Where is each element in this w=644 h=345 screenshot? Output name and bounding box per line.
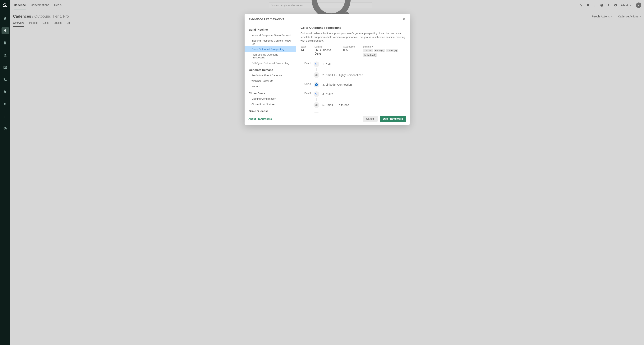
day-row: Day 34. Call 25. Email 2 - In-thread [300, 90, 406, 109]
step-item[interactable]: 4. Call 2 [314, 90, 406, 98]
rail-user[interactable] [2, 51, 9, 59]
building-icon [3, 41, 7, 45]
modal-close-button[interactable] [403, 18, 406, 21]
duration-value: 26 Business Days [314, 48, 335, 55]
summary-pill: Call (5) [363, 49, 372, 52]
about-frameworks-link[interactable]: About Frameworks [248, 117, 272, 120]
rail-home[interactable] [2, 15, 9, 22]
day-row: Day 11. Call 12. Email 1 - Highly Person… [300, 60, 406, 79]
framework-item[interactable]: Nurture [244, 84, 296, 89]
day-label: Day 6 [300, 110, 314, 113]
rail-phone[interactable] [2, 76, 9, 83]
framework-category: Build Pipeline [244, 27, 296, 32]
framework-stats: Steps 14 Duration 26 Business Days Autom… [300, 45, 406, 57]
framework-item[interactable]: Meeting Confirmation [244, 96, 296, 101]
framework-item[interactable]: Pre Virtual Event Cadence [244, 73, 296, 78]
step-item[interactable]: 6. Email 3 - Video [314, 110, 406, 113]
day-row: Day 66. Email 3 - Video [300, 110, 406, 113]
logo: S. [3, 2, 8, 10]
framework-item[interactable]: Webinar Follow Up [244, 78, 296, 84]
phone-icon [3, 78, 7, 82]
step-item[interactable]: 1. Call 1 [314, 60, 406, 68]
day-label: Day 1 [300, 60, 314, 65]
cancel-button[interactable]: Cancel [363, 116, 378, 122]
modal-title: Cadence Frameworks [249, 17, 284, 21]
summary-pills: Call (5)Email (6)Other (1)LinkedIn (2) [363, 49, 406, 57]
rail-quote[interactable] [2, 101, 9, 108]
step-item[interactable]: 5. Email 2 - In-thread [314, 101, 406, 109]
day-label: Day 2 [300, 81, 314, 85]
user-icon [3, 53, 7, 57]
framework-category: Drive Success [244, 108, 296, 113]
rail-tag[interactable] [2, 88, 9, 96]
framework-item[interactable]: Full Cycle Outbound Prospecting [244, 60, 296, 66]
svg-point-1 [4, 127, 6, 130]
summary-label: Summary [363, 45, 406, 48]
framework-description: Outbound cadence built to support your t… [300, 31, 406, 43]
summary-pill: Other (1) [386, 49, 398, 52]
linkedin-icon [315, 83, 318, 86]
use-framework-button[interactable]: Use Framework [380, 116, 406, 122]
steps-value: 14 [300, 48, 306, 52]
close-icon [403, 18, 406, 20]
rail-mail[interactable] [2, 64, 9, 71]
step-item[interactable]: 2. Email 1 - Highly Personalized [314, 71, 406, 79]
step-item[interactable]: 3. LinkedIn Connection [314, 81, 406, 89]
rail-chart[interactable] [2, 113, 9, 120]
framework-item[interactable]: Inbound Response Demo Request [244, 32, 296, 38]
quote-icon [3, 102, 7, 106]
steps-list: Day 11. Call 12. Email 1 - Highly Person… [300, 60, 406, 113]
framework-detail: Go-to Outbound Prospecting Outbound cade… [296, 23, 410, 113]
framework-category: Close Deals [244, 90, 296, 96]
automation-label: Automation [343, 45, 355, 48]
step-text: 3. LinkedIn Connection [322, 83, 352, 86]
duration-label: Duration [314, 45, 335, 48]
phone-icon [314, 91, 319, 97]
app-area: Cadence Conversations Deals ? Albert [10, 0, 644, 345]
steps-label: Steps [300, 45, 306, 48]
framework-item[interactable]: Go-to Outbound Prospecting [244, 46, 296, 52]
svg-point-2 [5, 128, 6, 129]
step-text: 1. Call 1 [322, 63, 333, 66]
summary-pill: Email (6) [374, 49, 385, 52]
linkedin-icon [314, 82, 319, 87]
rail-target[interactable] [2, 125, 9, 132]
email-icon [314, 112, 319, 113]
summary-pill: LinkedIn (2) [363, 53, 377, 57]
rocket-icon [3, 29, 7, 32]
framework-item[interactable]: High Volume Outbound Prospecting [244, 52, 296, 60]
framework-category: Generate Demand [244, 67, 296, 73]
step-text: 2. Email 1 - Highly Personalized [322, 73, 363, 77]
phone-icon [314, 61, 319, 67]
frameworks-sidebar: Build PipelineInbound Response Demo Requ… [244, 23, 296, 113]
frameworks-modal: Cadence Frameworks Build PipelineInbound… [244, 14, 410, 125]
step-text: 4. Call 2 [322, 92, 333, 96]
automation-value: 0% [343, 48, 355, 52]
framework-item[interactable]: Inbound Response Content Follow Up [244, 38, 296, 46]
day-row: Day 23. LinkedIn Connection [300, 81, 406, 89]
step-text: 5. Email 2 - In-thread [322, 103, 349, 106]
email-icon [314, 72, 319, 78]
svg-point-0 [4, 54, 6, 55]
target-icon [3, 127, 7, 131]
mail-icon [3, 65, 7, 69]
tag-icon [3, 90, 7, 94]
rail-building[interactable] [2, 39, 9, 46]
email-icon [314, 102, 319, 108]
chart-icon [3, 115, 7, 118]
day-label: Day 3 [300, 90, 314, 95]
framework-title: Go-to Outbound Prospecting [300, 26, 406, 29]
home-icon [3, 16, 7, 20]
left-rail: S. [0, 0, 10, 345]
framework-item[interactable]: Closed/Lost Nurture [244, 101, 296, 107]
rail-rocket[interactable] [2, 27, 9, 34]
